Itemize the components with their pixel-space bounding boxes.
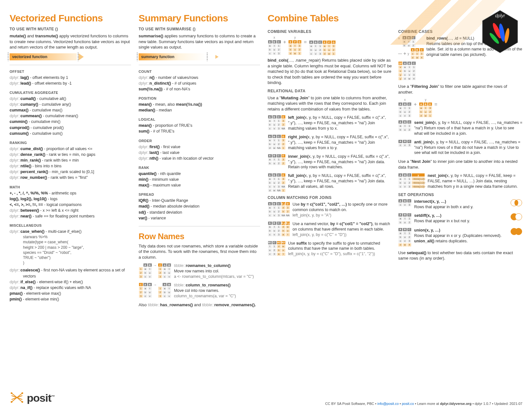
footer-site-link[interactable]: posit.co [402,402,414,406]
label-ranking: RANKING [10,141,131,145]
heading-vectorized: Vectorized Functions [10,13,131,24]
subhead-col-matching: COLUMN MATCHING FOR JOINS [268,195,392,200]
entry-full-join: ABCD at13 bu22 cv3NA dwNA1 full_join(x, … [268,173,392,192]
label-position: POSITION [139,96,260,100]
intro-summarise: summarise() applies summary functions to… [139,33,260,50]
entry-intersect: ABC cv3 intersect(x, y, …)Rows that appe… [398,199,522,210]
footer-text: CC BY SA Posit Software, PBC • info@posi… [325,402,522,406]
entry-rownames-to-column: AB 1at 2bu 3cv → CAB 1at 2bu 3cv tibble:… [139,263,260,279]
label-cumagg: CUMULATIVE AGGREGATE [10,91,131,95]
posit-logo-icon [10,390,24,406]
dplyr-hex-logo: dplyr [481,10,519,54]
subhead-set-ops: SET OPERATIONS [398,193,522,197]
svg-point-9 [22,401,23,402]
footer-email-link[interactable]: info@posit.co [377,402,399,406]
venn-intersect-icon [510,199,522,207]
label-order: ORDER [139,139,260,143]
setequal-note: Use setequal() to test whether two data … [398,250,522,261]
code-casewhen: starwars %>% [10,234,131,239]
label-rank: RANK [139,166,260,170]
intro-rownames: Tidy data does not use rownames, which s… [139,243,260,260]
entry-left-join: ABCD at13 bu22 cv3NA left_join(x, y, by … [268,115,392,131]
intro-nest-join: Use a "Nest Join" to inner join one tabl… [398,159,522,170]
entry-inner-join: ABCD at13 bu22 inner_join(x, y, by = NUL… [268,154,392,170]
label-count: COUNT [139,70,260,73]
list-position: mean() - mean, also mean(!is.na()) media… [139,102,260,113]
entry-union: ABC at1 bu2 cv3 dw4 union(x, y, …)Rows t… [398,228,522,247]
list-misc-rest: dplyr::coalesce() - first non-NA values … [10,267,131,302]
subhead-mutate: TO USE WITH MUTATE () [10,27,131,31]
label-offset: OFFSET [10,70,131,73]
intro-mutate: mutate() and transmute() apply vectorize… [10,33,131,50]
entry-nest-join: ABCy at1<tibble[1x2]> bu2<tibble[1x2]> c… [398,173,522,189]
intro-mutating-join: Use a "Mutating Join" to join one table … [268,95,392,112]
footer: posit™ CC BY SA Posit Software, PBC • in… [10,390,522,406]
heading-rownames: Row Names [139,232,260,241]
rownames-also: Also tibble::has_rownames() and tibble::… [139,302,260,308]
list-spread: IQR() - Inter-Quartile Range mad() - med… [139,198,260,221]
entry-suffix: B1CA2B2 t1dw u2bu v3at Use suffix to spe… [268,241,392,257]
entry-semi-join: ABC at1 bu2 semi_join(x, y, by = NULL, c… [398,120,522,136]
svg-point-7 [22,393,23,394]
list-ranking: dplyr::cume_dist() - proportion of all v… [10,146,131,181]
posit-logo: posit™ [10,390,55,406]
entry-by-named: ABCA.yB.y at1dw bu2bu cv3at Use a named … [268,221,392,238]
list-count: dplyr::n() - number of values/rows dplyr… [139,75,260,92]
arrow-vectorized: vectorized function [10,53,131,60]
label-spread: SPREAD [139,193,260,196]
list-math: +, - , *, /, ^, %/%, %% - arithmetic ops… [10,190,131,219]
posit-logo-text: posit™ [27,392,55,404]
label-misc: MISCELLANEOUS [10,224,131,227]
list-logical: mean() - proportion of TRUE's sum() - # … [139,123,260,134]
label-math: MATH [10,185,131,189]
entry-right-join: ABCD at13 bu22 dwNA1 right_join(x, y, by… [268,134,392,151]
subhead-summarise: TO USE WITH SUMMARISE () [139,27,260,31]
entry-column-to-rownames: CAB 1at 2bu 3cv → AB 1at 2bu 3cv tibble:… [139,283,260,299]
svg-point-8 [11,401,12,402]
desc-bind-cols: bind_cols(…, .name_repair) Returns table… [268,57,392,86]
entry-by-cols: ABCA.yD at1d3 bu2b2 cv3NANA Use by = c("… [268,202,392,218]
svg-text:dplyr: dplyr [495,13,505,18]
svg-point-6 [11,393,12,394]
heading-summary: Summary Functions [139,13,260,24]
venn-union-icon [510,228,522,235]
venn-setdiff-icon [510,213,522,221]
list-cumagg: dplyr::cumall() - cumulative all() dplyr… [10,96,131,136]
entry-setdiff: ABC at1 bu2 setdiff(x, y, …)Rows that ap… [398,213,522,224]
intro-filtering-join: Use a "Filtering Join" to filter one tab… [398,84,522,95]
arrow-summary: summary function [139,53,260,60]
list-rank: quantile() - nth quantile min() - minimu… [139,171,260,188]
subhead-relational: RELATIONAL DATA [268,89,392,93]
diagram-filtering-xy: x ABC at1 bu2 cv3 + y ABD at3 bu2 dw1 = [398,98,522,118]
entry-anti-join: ABC cv3 anti_join(x, y, by = NULL, copy … [398,140,522,156]
list-offset: dplyr::lag() - offset elements by 1 dply… [10,75,131,86]
list-misc: dplyr::case_when() - multi-case if_else(… [10,229,131,234]
list-order: dplyr::first() - first value dplyr::last… [139,144,260,161]
label-logical: LOGICAL [139,118,260,121]
